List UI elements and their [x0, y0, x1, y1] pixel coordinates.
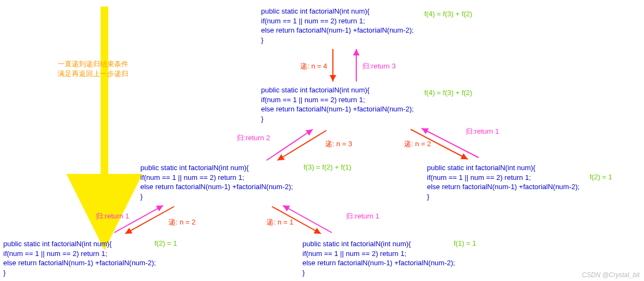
code-if: if(num == 1 || num == 2) return 1;	[261, 16, 414, 26]
recursion-trace-diagram: { "code": { "signature": "public static …	[0, 0, 644, 281]
note-f3: f(3) = f(2) + f(1)	[304, 163, 351, 171]
code-if: if(num == 1 || num == 2) return 1;	[427, 173, 580, 183]
note-f1: f(1) = 1	[454, 239, 476, 247]
code-if: if(num == 1 || num == 2) return 1;	[302, 249, 455, 259]
code-else: else return factorialN(num-1) +factorial…	[3, 258, 156, 268]
code-close: }	[427, 192, 580, 202]
code-signature: public static int factorialN(int num){	[427, 163, 580, 173]
code-close: }	[261, 114, 414, 124]
code-close: }	[140, 192, 293, 202]
code-block-n2-left: public static int factorialN(int num){ i…	[3, 239, 156, 277]
label-recur-n2-right: 递: n = 2	[404, 139, 431, 149]
comment-line1: 一直递到递归结束条件	[58, 59, 128, 69]
label-recur-n3: 递: n = 3	[325, 139, 352, 149]
note-f2-left: f(2) = 1	[154, 239, 177, 247]
code-else: else return factorialN(num-1) +factorial…	[427, 182, 580, 192]
code-block-n2-right: public static int factorialN(int num){ i…	[427, 163, 580, 201]
label-return-2: 归:return 2	[237, 133, 270, 143]
code-else: else return factorialN(num-1) +factorial…	[140, 182, 293, 192]
svg-line-4	[267, 129, 313, 160]
code-signature: public static int factorialN(int num){	[140, 163, 293, 173]
note-f2-right: f(2) = 1	[590, 173, 612, 181]
code-if: if(num == 1 || num == 2) return 1;	[261, 95, 414, 105]
note-f4b: f(4) = f(3) + f(2)	[424, 89, 472, 97]
code-block-n4: public static int factorialN(int num){ i…	[261, 7, 414, 45]
note-f4: f(4) = f(3) + f(2)	[424, 10, 472, 18]
code-if: if(num == 1 || num == 2) return 1;	[3, 249, 156, 259]
code-else: else return factorialN(num-1) +factorial…	[261, 26, 414, 35]
label-recur-n4: 递: n = 4	[300, 61, 327, 71]
label-recur-n1: 递: n = 1	[267, 217, 294, 227]
code-signature: public static int factorialN(int num){	[302, 239, 455, 249]
comment-line2: 满足再返回上一步递归	[58, 69, 128, 79]
code-if: if(num == 1 || num == 2) return 1;	[140, 173, 293, 183]
code-signature: public static int factorialN(int num){	[261, 85, 414, 95]
label-return-3: 归:return 3	[362, 61, 395, 71]
code-block-n4b: public static int factorialN(int num){ i…	[261, 85, 414, 123]
code-close: }	[261, 35, 414, 45]
label-return-1-mid: 归:return 1	[346, 211, 379, 221]
label-return-1-right: 归:return 1	[466, 127, 499, 136]
code-else: else return factorialN(num-1) +factorial…	[302, 258, 455, 268]
label-return-1-leftmost: 归:return 1	[96, 211, 129, 221]
watermark: CSDN @Crystal_bit	[582, 271, 640, 279]
svg-line-7	[125, 207, 174, 234]
code-signature: public static int factorialN(int num){	[3, 239, 156, 249]
code-signature: public static int factorialN(int num){	[261, 7, 414, 16]
code-block-n1: public static int factorialN(int num){ i…	[302, 239, 455, 277]
code-else: else return factorialN(num-1) +factorial…	[261, 104, 414, 114]
label-recur-n2-left: 递: n = 2	[169, 217, 196, 227]
code-block-n3: public static int factorialN(int num){ i…	[140, 163, 293, 201]
code-close: }	[3, 268, 156, 278]
code-close: }	[302, 268, 455, 278]
svg-line-3	[277, 130, 326, 160]
